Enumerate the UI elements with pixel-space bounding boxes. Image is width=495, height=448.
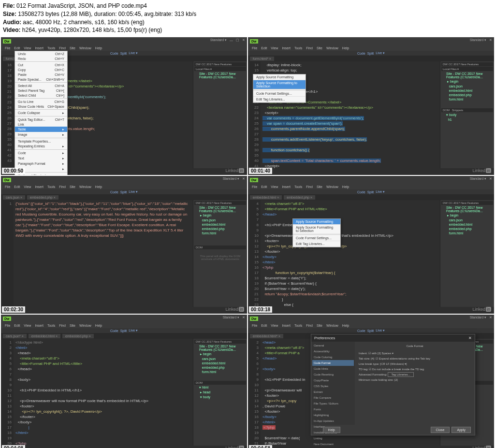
- max-icon[interactable]: ▢: [236, 38, 239, 42]
- dw-logo: Dw: [250, 317, 258, 321]
- menu-edit[interactable]: Edit: [14, 46, 20, 50]
- menu-file[interactable]: File: [5, 46, 10, 50]
- files-panel[interactable]: DW CC 2017 New Features Local Files ▾ Si…: [193, 61, 247, 168]
- thumb-4: Dw Standard ▾✕ FileEditViewInsertToolsFi…: [248, 176, 494, 314]
- linkedin-logo: Linkedin: [225, 168, 244, 173]
- thumb-5: Dw Standard ▾✕ FileEditViewInsertToolsFi…: [1, 315, 247, 448]
- close-button[interactable]: Close: [431, 427, 450, 433]
- workspace-dropdown[interactable]: Standard ▾: [470, 316, 486, 319]
- files-panel[interactable]: DW CC 2017 New Features Local Files ▾ Si…: [440, 61, 494, 168]
- thumb-6: Dw Standard ▾✕ FileEditViewInsertToolsFi…: [248, 315, 494, 448]
- context-menu[interactable]: Apply Source Formatting Apply Source For…: [253, 74, 306, 103]
- line-gutter: 16171819202122232425262728293540414243: [1, 61, 14, 168]
- dw-logo: Dw: [250, 178, 258, 182]
- code-editor[interactable]: <!doctype html> <html> <head> <meta char…: [14, 339, 193, 446]
- view-live[interactable]: Live ▾: [129, 51, 138, 55]
- menu-site[interactable]: Site: [70, 46, 75, 50]
- close-icon[interactable]: ✕: [489, 177, 492, 181]
- menu-insert[interactable]: Insert: [35, 46, 44, 50]
- thumb-3: Dw Standard ▾✕ FileEditViewInsertToolsFi…: [1, 176, 247, 314]
- timestamp: 00:04:08: [2, 445, 25, 448]
- apply-button[interactable]: Apply: [451, 427, 471, 433]
- file-tab[interactable]: form.html* ×: [250, 57, 274, 61]
- menu-bar: FileEditViewInsertToolsFindSiteWindowHel…: [1, 45, 247, 51]
- thumb-2: Dw Standard ▾✕ FileEditViewInsertToolsFi…: [248, 37, 494, 175]
- file-metadata: File: 012 Format JavaScript, JSON, and P…: [0, 0, 495, 36]
- file-tab[interactable]: cars.json ×: [3, 195, 25, 200]
- timestamp: 00:03:18: [249, 306, 272, 313]
- menu-tools[interactable]: Tools: [47, 46, 55, 50]
- workspace-dropdown[interactable]: Standard ▾: [223, 177, 239, 181]
- timestamp: 00:00:50: [2, 168, 25, 174]
- thumbnail-grid: Dw Standard ▾—▢✕ FileEditViewInsertTools…: [0, 36, 495, 448]
- close-icon[interactable]: ✕: [242, 177, 245, 181]
- tag-libraries-button[interactable]: Tag Libraries...: [388, 372, 413, 377]
- view-code[interactable]: Code: [110, 52, 118, 55]
- code-editor[interactable]: <meta charset="utf-8"> <title>Format PHP…: [261, 200, 440, 307]
- help-button[interactable]: Help: [323, 427, 340, 433]
- workspace-dropdown[interactable]: Standard ▾: [223, 316, 239, 319]
- dw-logo: Dw: [250, 39, 258, 43]
- menu-view[interactable]: View: [24, 46, 31, 50]
- menu-window[interactable]: Window: [79, 46, 91, 50]
- edit-menu-dropdown[interactable]: UndoCtrl+ZRedoCtrl+YCutCtrl+XCopyCtrl+CP…: [15, 51, 68, 175]
- dw-logo: Dw: [3, 317, 11, 321]
- prefs-categories[interactable]: GeneralAccessibilityCode ColoringCode Fo…: [311, 342, 355, 425]
- dw-logo: Dw: [3, 39, 11, 43]
- menu-find[interactable]: Find: [59, 46, 66, 50]
- view-split[interactable]: Split: [120, 52, 127, 55]
- menu-help[interactable]: Help: [95, 46, 102, 50]
- prefs-content: Code Format Indent: ☑ with [2] Spaces ▾ …: [355, 342, 475, 425]
- code-editor[interactable]: {"colors":[{"color_id":"1","color":"blac…: [14, 200, 193, 307]
- file-tab[interactable]: embedded.php ×: [284, 195, 315, 200]
- workspace-dropdown[interactable]: Standard ▾: [210, 38, 227, 42]
- close-icon[interactable]: ✕: [468, 336, 472, 340]
- preferences-dialog[interactable]: Preferences✕ GeneralAccessibilityCode Co…: [311, 334, 475, 435]
- timestamp: 00:02:30: [2, 306, 25, 313]
- dw-logo: Dw: [3, 178, 11, 182]
- min-icon[interactable]: —: [230, 39, 233, 42]
- close-icon[interactable]: ✕: [489, 38, 492, 42]
- workspace-dropdown[interactable]: Standard ▾: [470, 177, 486, 181]
- workspace-dropdown[interactable]: Standard ▾: [470, 38, 486, 42]
- timestamp: 00:04:58: [249, 445, 272, 448]
- context-menu[interactable]: Apply Source Formatting Apply Source For…: [292, 218, 341, 247]
- close-icon[interactable]: ✕: [242, 38, 245, 42]
- timestamp: 00:01:40: [249, 168, 272, 174]
- thumb-1: Dw Standard ▾—▢✕ FileEditViewInsertTools…: [1, 37, 247, 175]
